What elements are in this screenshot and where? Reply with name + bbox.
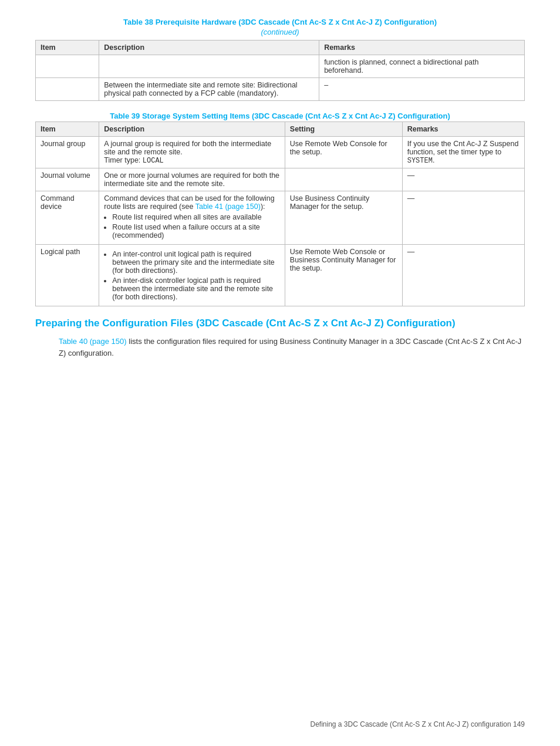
table39-row4-desc-list: An inter-control unit logical path is re… — [112, 250, 280, 301]
table39-row1-item: Journal group — [36, 137, 99, 168]
table39-header-remarks: Remarks — [402, 122, 524, 137]
table39-row2-desc: One or more journal volumes are required… — [99, 168, 285, 191]
table40-link[interactable]: Table 40 (page 150) — [59, 337, 127, 346]
list-item: Route list used when a failure occurs at… — [112, 223, 280, 239]
table39-title: Table 39 Storage System Setting Items (3… — [35, 112, 525, 120]
footer-text: Defining a 3DC Cascade (Cnt Ac-S Z x Cnt… — [311, 720, 525, 728]
table39-row2-setting — [285, 168, 402, 191]
table39-row3-remarks: — — [402, 191, 524, 245]
section-heading: Preparing the Configuration Files (3DC C… — [35, 317, 525, 330]
table-row: Between the intermediate site and remote… — [36, 78, 525, 101]
table38-header-remarks: Remarks — [319, 40, 525, 55]
table39-header-item: Item — [36, 122, 99, 137]
table38-header-description: Description — [99, 40, 319, 55]
table39-row4-remarks: — — [402, 245, 524, 306]
table38-continued: (continued) — [35, 28, 525, 36]
table38-row1-item — [36, 55, 99, 78]
table-row: Logical path An inter-control unit logic… — [36, 245, 525, 306]
table39-row4-desc: An inter-control unit logical path is re… — [99, 245, 285, 306]
table39-row2-remarks: — — [402, 168, 524, 191]
table39-header-description: Description — [99, 122, 285, 137]
section-body: Table 40 (page 150) lists the configurat… — [59, 336, 525, 359]
table39-row3-desc: Command devices that can be used for the… — [99, 191, 285, 245]
table39-row1-desc: A journal group is required for both the… — [99, 137, 285, 168]
table39: Item Description Setting Remarks Journal… — [35, 121, 525, 306]
table39-row1-desc-text1: A journal group is required for both the… — [104, 140, 271, 156]
table-row: Command device Command devices that can … — [36, 191, 525, 245]
table38-header-item: Item — [36, 40, 99, 55]
table39-row1-remarks: If you use the Cnt Ac-J Z Suspend functi… — [402, 137, 524, 168]
table-row: Journal volume One or more journal volum… — [36, 168, 525, 191]
section-body-text: lists the configuration files required f… — [59, 337, 521, 357]
table41-link[interactable]: Table 41 (page 150) — [195, 202, 261, 211]
table38-row2-item — [36, 78, 99, 101]
table39-header-setting: Setting — [285, 122, 402, 137]
table38-title: Table 38 Prerequisite Hardware (3DC Casc… — [35, 18, 525, 26]
list-item: An inter-control unit logical path is re… — [112, 250, 280, 275]
table38: Item Description Remarks function is pla… — [35, 40, 525, 101]
table39-row4-item: Logical path — [36, 245, 99, 306]
table39-row3-item: Command device — [36, 191, 99, 245]
table38-row2-desc: Between the intermediate site and remote… — [99, 78, 319, 101]
table-row: function is planned, connect a bidirecti… — [36, 55, 525, 78]
table38-row2-remarks: – — [319, 78, 525, 101]
table39-row3-setting: Use Business Continuity Manager for the … — [285, 191, 402, 245]
table38-row1-desc — [99, 55, 319, 78]
table39-row2-item: Journal volume — [36, 168, 99, 191]
table39-row3-desc-list: Route list required when all sites are a… — [112, 213, 280, 239]
table39-row3-desc-intro: Command devices that can be used for the… — [104, 194, 274, 211]
table39-row1-setting: Use Remote Web Console for the setup. — [285, 137, 402, 168]
table39-row1-desc-text2: Timer type: LOCAL — [104, 156, 164, 164]
list-item: An inter-disk controller logical path is… — [112, 276, 280, 301]
table39-row4-setting: Use Remote Web Console or Business Conti… — [285, 245, 402, 306]
section-body-link: Table 40 (page 150) — [59, 337, 127, 346]
list-item: Route list required when all sites are a… — [112, 213, 280, 221]
table38-row1-remarks: function is planned, connect a bidirecti… — [319, 55, 525, 78]
table-row: Journal group A journal group is require… — [36, 137, 525, 168]
